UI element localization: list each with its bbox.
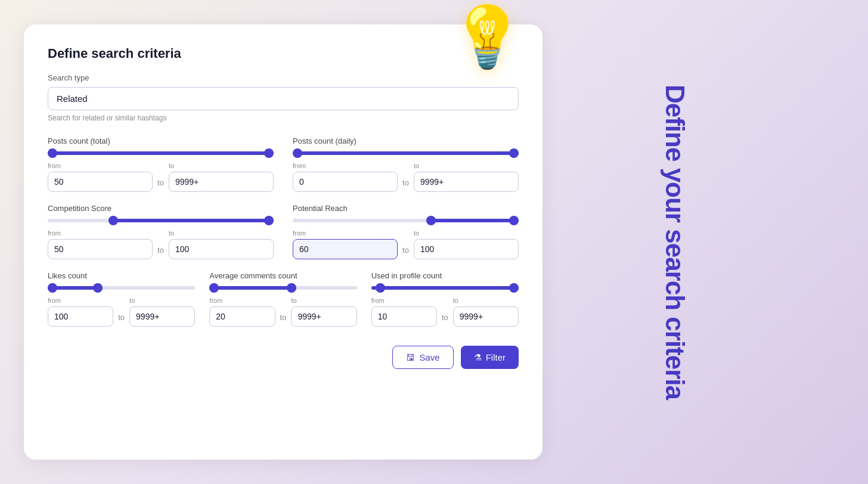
reach-slider-thumb-left[interactable] (426, 216, 436, 225)
save-label: Save (419, 352, 439, 362)
likes-to-input[interactable] (129, 306, 195, 327)
posts-total-separator: to (155, 167, 166, 187)
likes-from-input[interactable] (48, 306, 113, 327)
reach-label: Potential Reach (293, 204, 519, 213)
posts-daily-separator: to (400, 167, 411, 187)
posts-total-slider-fill (48, 151, 274, 155)
likes-from-label: from (48, 297, 113, 304)
posts-daily-from-input[interactable] (293, 172, 398, 192)
scores-row: Competition Score from to to (48, 204, 519, 259)
reach-group: Potential Reach from to to (293, 204, 519, 259)
profile-count-from-to: from to to (371, 297, 519, 327)
likes-group: Likes count from to to (48, 271, 195, 327)
avg-comments-to-label: to (291, 297, 356, 304)
search-type-label: Search type (48, 73, 519, 82)
likes-from-to: from to to (48, 297, 195, 327)
likes-slider-thumb-left[interactable] (48, 283, 57, 293)
likes-separator: to (116, 302, 127, 322)
posts-total-to-input[interactable] (169, 172, 274, 192)
avg-comments-group: Average comments count from to to (209, 271, 356, 327)
posts-daily-slider-track[interactable] (293, 151, 519, 155)
reach-from-label: from (293, 229, 398, 237)
reach-slider-track[interactable] (293, 219, 519, 222)
competition-slider-thumb-right[interactable] (264, 216, 274, 225)
reach-slider-fill (426, 219, 519, 222)
competition-to-label: to (169, 229, 274, 237)
posts-daily-label: Posts count (daily) (293, 136, 519, 145)
profile-count-slider-track[interactable] (371, 286, 519, 290)
competition-from-label: from (48, 229, 153, 237)
search-type-input[interactable] (48, 87, 519, 110)
filter-icon: ⚗ (474, 352, 482, 363)
avg-comments-to-input[interactable] (291, 306, 356, 327)
competition-slider-fill (108, 219, 274, 222)
posts-total-group: Posts count (total) from to to (48, 136, 274, 192)
posts-total-from-input[interactable] (48, 172, 153, 192)
posts-daily-group: Posts count (daily) from to to (293, 136, 519, 192)
competition-group: Competition Score from to to (48, 204, 274, 259)
posts-counts-row: Posts count (total) from to to (48, 136, 519, 192)
reach-separator: to (400, 235, 411, 255)
reach-slider-thumb-right[interactable] (509, 216, 519, 225)
reach-to-label: to (414, 229, 519, 237)
avg-comments-from-to: from to to (209, 297, 356, 327)
lightbulb-icon: 💡 (450, 7, 525, 66)
profile-count-group: Used in profile count from to to (371, 271, 519, 327)
competition-label: Competition Score (48, 204, 274, 213)
posts-daily-to-input[interactable] (414, 172, 519, 192)
btn-row: 🖫 Save ⚗ Filter (48, 346, 519, 369)
posts-daily-from-label: from (293, 162, 398, 169)
counts-row: Likes count from to to (48, 271, 519, 327)
likes-slider-track[interactable] (48, 286, 195, 290)
reach-from-input[interactable] (293, 239, 398, 259)
profile-count-from-label: from (371, 297, 437, 304)
likes-to-label: to (129, 297, 195, 304)
search-type-hint: Search for related or similar hashtags (48, 114, 519, 122)
competition-slider-thumb-left[interactable] (108, 216, 118, 225)
profile-count-separator: to (439, 302, 451, 322)
competition-separator: to (155, 235, 166, 255)
posts-total-from-to: from to to (48, 162, 274, 192)
vertical-text: Define your search criteria (660, 85, 690, 399)
profile-count-from-input[interactable] (371, 306, 437, 327)
avg-comments-slider-track[interactable] (209, 286, 356, 290)
posts-daily-slider-thumb-right[interactable] (509, 148, 519, 158)
competition-to-input[interactable] (169, 239, 274, 259)
posts-daily-slider-thumb-left[interactable] (293, 148, 302, 158)
posts-total-label: Posts count (total) (48, 136, 274, 145)
save-button[interactable]: 🖫 Save (392, 346, 453, 369)
avg-comments-slider-fill (209, 286, 296, 290)
filter-label: Filter (486, 352, 506, 362)
posts-total-slider-thumb-right[interactable] (264, 148, 274, 158)
avg-comments-separator: to (278, 302, 289, 322)
likes-slider-thumb-right[interactable] (93, 283, 103, 293)
profile-count-slider-thumb-right[interactable] (509, 283, 519, 293)
likes-label: Likes count (48, 271, 195, 280)
competition-slider-track[interactable] (48, 219, 274, 222)
reach-from-to: from to to (293, 229, 519, 259)
profile-count-slider-fill (371, 286, 519, 290)
main-container: 💡 Define search criteria Search type Sea… (0, 0, 868, 484)
competition-from-input[interactable] (48, 239, 153, 259)
avg-comments-from-input[interactable] (209, 306, 275, 327)
avg-comments-slider-thumb-left[interactable] (209, 283, 219, 293)
save-icon: 🖫 (406, 352, 415, 362)
posts-total-to-label: to (169, 162, 274, 169)
posts-total-slider-thumb-left[interactable] (48, 148, 57, 158)
reach-to-input[interactable] (414, 239, 519, 259)
profile-count-to-label: to (453, 297, 519, 304)
card: 💡 Define search criteria Search type Sea… (24, 24, 542, 460)
posts-daily-to-label: to (414, 162, 519, 169)
posts-total-slider-track[interactable] (48, 151, 274, 155)
profile-count-slider-thumb-left[interactable] (376, 283, 385, 293)
posts-total-from-label: from (48, 162, 153, 169)
avg-comments-slider-thumb-right[interactable] (287, 283, 296, 293)
avg-comments-from-label: from (209, 297, 275, 304)
posts-daily-slider-fill (293, 151, 519, 155)
avg-comments-label: Average comments count (209, 271, 356, 280)
filter-button[interactable]: ⚗ Filter (461, 346, 519, 369)
profile-count-label: Used in profile count (371, 271, 519, 280)
competition-from-to: from to to (48, 229, 274, 259)
posts-daily-from-to: from to to (293, 162, 519, 192)
profile-count-to-input[interactable] (453, 306, 519, 327)
